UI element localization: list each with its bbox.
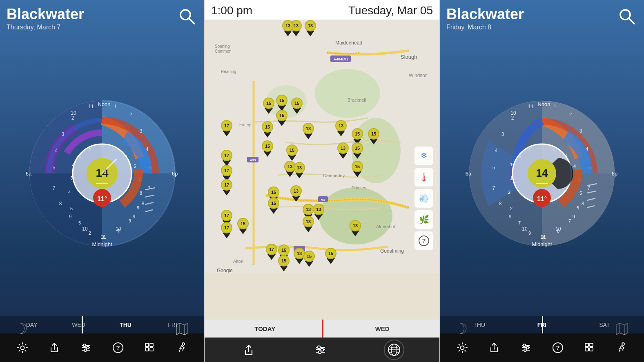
thermometer-icon: 🌡️ bbox=[414, 168, 433, 187]
center-timeline: TODAY WED bbox=[205, 320, 439, 338]
svg-point-174 bbox=[523, 344, 526, 346]
svg-point-108 bbox=[319, 351, 321, 354]
svg-text:4: 4 bbox=[68, 190, 71, 195]
right-timeline-day-0[interactable]: THU bbox=[448, 322, 510, 328]
svg-rect-179 bbox=[585, 343, 588, 346]
map-pin-17b[interactable]: 17 bbox=[221, 150, 232, 166]
map-pin-15a[interactable]: 15 bbox=[263, 98, 274, 114]
svg-point-63 bbox=[83, 344, 86, 346]
svg-text:9: 9 bbox=[129, 218, 131, 223]
map-pin-17a[interactable]: 17 bbox=[221, 120, 232, 136]
center-date: Tuesday, Mar 05 bbox=[348, 4, 433, 17]
sliders-button[interactable] bbox=[77, 339, 95, 357]
map-pin-13l[interactable]: 13 bbox=[303, 216, 314, 232]
svg-text:A33: A33 bbox=[250, 158, 256, 162]
map-pin-15j[interactable]: 15 bbox=[352, 142, 363, 159]
map-pin-13k[interactable]: 13 bbox=[282, 20, 294, 36]
map-pin-15n[interactable]: 15 bbox=[237, 218, 249, 234]
map-pin-15g[interactable]: 15 bbox=[368, 128, 379, 144]
map-pin-13g[interactable]: 13 bbox=[305, 20, 316, 36]
svg-point-74 bbox=[315, 69, 380, 118]
center-share-button[interactable] bbox=[240, 341, 258, 359]
timeline-day-2[interactable]: THU bbox=[102, 322, 149, 328]
map-pin-15f[interactable]: 15 bbox=[352, 128, 363, 144]
map-pin-15b[interactable]: 15 bbox=[276, 95, 287, 111]
map-pin-13j[interactable]: 13 bbox=[313, 204, 324, 220]
svg-text:6a: 6a bbox=[466, 171, 472, 177]
svg-text:Maidenhead: Maidenhead bbox=[335, 40, 362, 46]
center-timeline-today[interactable]: TODAY bbox=[254, 325, 275, 332]
map-pin-15k[interactable]: 15 bbox=[352, 161, 363, 177]
activity-button[interactable] bbox=[173, 339, 191, 357]
svg-text:8: 8 bbox=[142, 201, 145, 207]
svg-text:10: 10 bbox=[71, 110, 76, 116]
map-pin-17c[interactable]: 17 bbox=[221, 165, 232, 181]
map-pin-15r[interactable]: 15 bbox=[278, 255, 290, 271]
map-pin-17g[interactable]: 17 bbox=[266, 244, 277, 260]
map-pin-13f[interactable]: 13 bbox=[290, 185, 302, 202]
svg-text:2: 2 bbox=[89, 231, 91, 235]
center-globe-button[interactable] bbox=[384, 340, 404, 360]
svg-point-183 bbox=[622, 343, 624, 345]
center-sliders-button[interactable] bbox=[312, 341, 330, 359]
map-pin-15p[interactable]: 15 bbox=[303, 251, 315, 267]
right-sliders-button[interactable] bbox=[517, 339, 535, 357]
right-share-button[interactable] bbox=[485, 339, 503, 357]
map-pin-17d[interactable]: 17 bbox=[221, 179, 232, 195]
right-search-button[interactable] bbox=[616, 6, 637, 27]
settings-button[interactable] bbox=[13, 339, 31, 357]
svg-text:3: 3 bbox=[579, 128, 582, 134]
right-settings-button[interactable] bbox=[453, 339, 471, 357]
svg-text:14: 14 bbox=[536, 167, 548, 179]
svg-text:2: 2 bbox=[510, 206, 513, 211]
svg-text:Slough: Slough bbox=[401, 54, 417, 60]
svg-line-1 bbox=[189, 18, 194, 24]
left-search-button[interactable] bbox=[176, 6, 198, 27]
svg-text:7: 7 bbox=[518, 220, 521, 225]
right-help-button[interactable]: ? bbox=[549, 339, 567, 357]
svg-text:?: ? bbox=[422, 237, 426, 244]
help-button[interactable]: ? bbox=[109, 339, 127, 357]
map-pin-13a[interactable]: 13 bbox=[303, 123, 314, 139]
share-button[interactable] bbox=[45, 339, 63, 357]
center-time: 1:00 pm bbox=[211, 4, 252, 17]
map-pin-13b[interactable]: 13 bbox=[335, 120, 347, 136]
svg-rect-71 bbox=[150, 348, 153, 351]
svg-point-64 bbox=[87, 346, 89, 349]
left-clock-container: 11 Noon 1 2 3 4 5 6p 7 8 9 bbox=[0, 30, 204, 316]
center-timeline-wed[interactable]: WED bbox=[375, 325, 390, 332]
grid-button[interactable] bbox=[141, 339, 159, 357]
svg-text:8: 8 bbox=[59, 201, 62, 207]
map-pin-13c[interactable]: 13 bbox=[337, 142, 349, 159]
svg-text:10: 10 bbox=[510, 110, 516, 116]
left-timeline-indicator bbox=[82, 316, 83, 333]
freeze-icon: ❄ bbox=[414, 147, 433, 165]
svg-text:1: 1 bbox=[114, 104, 117, 109]
svg-text:3: 3 bbox=[140, 128, 143, 134]
right-grid-button[interactable] bbox=[581, 339, 599, 357]
timeline-day-1[interactable]: WED bbox=[55, 322, 102, 328]
map-pin-15m[interactable]: 15 bbox=[268, 198, 279, 214]
svg-rect-181 bbox=[585, 348, 588, 351]
left-clock-svg: 11 Noon 1 2 3 4 5 6p 7 8 9 bbox=[25, 96, 180, 251]
map-pin-15e[interactable]: 15 bbox=[262, 121, 273, 138]
map-pin-15i[interactable]: 15 bbox=[286, 144, 298, 161]
timeline-day-0[interactable]: DAY bbox=[8, 322, 55, 328]
map-pin-15q[interactable]: 15 bbox=[325, 248, 336, 264]
map-pin-17f[interactable]: 17 bbox=[221, 222, 232, 238]
map-area[interactable]: Slough Windsor Bracknell Camberley Friml… bbox=[205, 20, 439, 320]
svg-text:5: 5 bbox=[70, 206, 73, 211]
map-pin-15d[interactable]: 15 bbox=[276, 110, 287, 126]
map-pin-15c[interactable]: 15 bbox=[291, 98, 303, 114]
map-pin-13e[interactable]: 13 bbox=[294, 162, 305, 178]
right-timeline-day-2[interactable]: SAT bbox=[573, 322, 636, 328]
map-pin-15h[interactable]: 15 bbox=[262, 140, 273, 157]
right-activity-button[interactable] bbox=[613, 339, 631, 357]
svg-text:Common: Common bbox=[215, 49, 232, 53]
svg-text:11: 11 bbox=[528, 104, 534, 109]
timeline-day-3[interactable]: FRI bbox=[149, 322, 196, 328]
svg-text:A404(M): A404(M) bbox=[333, 57, 348, 61]
svg-text:5: 5 bbox=[78, 220, 81, 225]
map-pin-13m[interactable]: 13 bbox=[350, 220, 361, 236]
svg-text:3: 3 bbox=[501, 131, 504, 137]
